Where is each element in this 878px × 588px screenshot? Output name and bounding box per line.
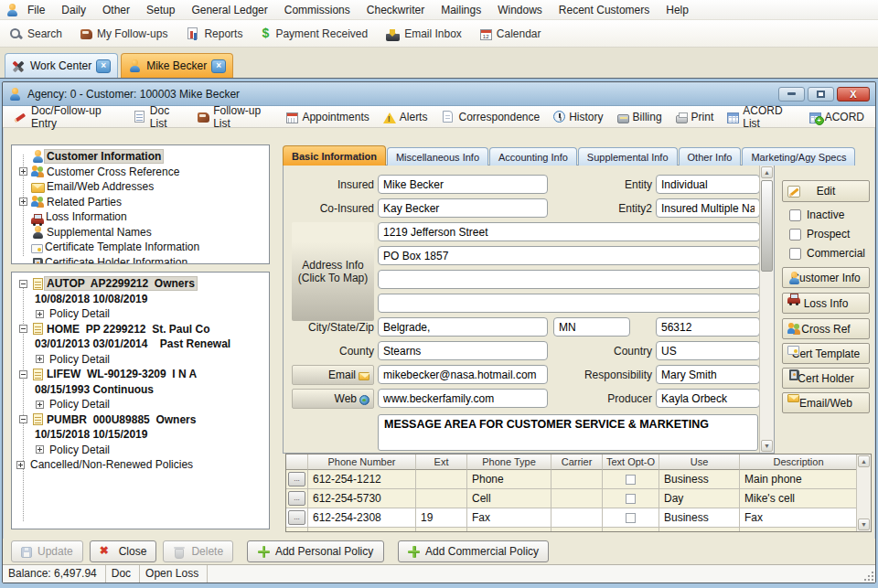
text-opt-checkbox[interactable] (626, 494, 636, 504)
email-field[interactable] (378, 365, 548, 384)
my-followups-button[interactable]: My Follow-ups (80, 27, 167, 40)
commercial-checkbox[interactable] (789, 248, 801, 260)
policy-lifew-dates[interactable]: 08/15/1993 Continuous (16, 382, 267, 398)
policy-item-lifew[interactable]: LIFEW WL-90129-3209 I N A (16, 367, 267, 382)
menu-recent-customers[interactable]: Recent Customers (551, 2, 658, 18)
tab-accounting-info[interactable]: Accounting Info (489, 147, 577, 166)
add-commercial-policy-button[interactable]: Add Commercial Policy (398, 540, 549, 562)
country-field[interactable] (656, 341, 760, 360)
tree-item-related-parties[interactable]: Related Parties (16, 195, 267, 210)
header-ext[interactable]: Ext (416, 454, 467, 470)
cell-carrier[interactable] (551, 489, 603, 508)
form-scrollbar[interactable]: ▲ ▼ (759, 166, 774, 453)
history-button[interactable]: History (553, 111, 603, 123)
scroll-thumb[interactable] (761, 180, 773, 272)
cell-use[interactable]: Business (659, 470, 740, 489)
doc-list-button[interactable]: Doc List (133, 104, 184, 130)
tree-item-customer-information[interactable]: Customer Information (16, 149, 267, 165)
cell-phone[interactable]: 612-254-5730 (308, 489, 416, 508)
scroll-down-icon[interactable]: ▼ (858, 519, 870, 530)
collapse-icon[interactable] (19, 325, 27, 333)
tab-mike-becker[interactable]: Mike Becker (121, 53, 233, 78)
zip-field[interactable] (656, 317, 760, 337)
collapse-icon[interactable] (19, 370, 27, 379)
cell-ext[interactable] (416, 489, 467, 508)
tab-basic-information[interactable]: Basic Information (283, 145, 386, 166)
tab-mike-becker-close-icon[interactable] (211, 59, 226, 73)
tab-other-info[interactable]: Other Info (679, 147, 742, 166)
followup-list-button[interactable]: Follow-up List (198, 104, 273, 130)
city-field[interactable] (378, 317, 548, 337)
menu-general-ledger[interactable]: General Ledger (183, 2, 275, 18)
alerts-button[interactable]: Alerts (383, 111, 428, 123)
row-edit-button[interactable]: ... (288, 491, 305, 506)
payment-received-button[interactable]: Payment Received (261, 27, 368, 40)
policy-item-home[interactable]: HOME PP 2299212 St. Paul Co (16, 322, 267, 337)
cell-phone[interactable]: 612-254-1212 (308, 470, 416, 489)
cell-ext[interactable]: 19 (416, 508, 467, 528)
customer-info-button[interactable]: Customer Info (782, 267, 870, 288)
close-window-button[interactable]: X (837, 87, 870, 102)
tab-miscellaneous-info[interactable]: Miscellaneous Info (387, 147, 488, 166)
menu-commissions[interactable]: Commissions (276, 2, 359, 18)
inactive-checkbox[interactable] (789, 209, 801, 221)
search-button[interactable]: Search (9, 27, 62, 40)
cert-template-button[interactable]: Cert Template (782, 343, 870, 364)
menu-daily[interactable]: Daily (53, 2, 94, 18)
expand-icon[interactable] (36, 310, 44, 318)
edit-button[interactable]: Edit (782, 180, 870, 202)
expand-icon[interactable] (19, 167, 27, 176)
acord-button[interactable]: ACORD (809, 111, 864, 123)
expand-icon[interactable] (36, 355, 44, 363)
close-button[interactable]: Close (90, 540, 157, 562)
menu-other[interactable]: Other (94, 2, 138, 18)
entity2-field[interactable] (656, 198, 760, 218)
cell-type[interactable]: Phone (467, 470, 551, 489)
cell-ext[interactable] (416, 470, 467, 489)
policy-pumbr-dates[interactable]: 10/15/2018 10/15/2019 (16, 427, 267, 443)
menu-setup[interactable]: Setup (138, 2, 183, 18)
policy-autop-detail[interactable]: Policy Detail (33, 306, 267, 322)
tree-item-certificate-holder-information[interactable]: Certificate Holder Information (16, 255, 267, 265)
resize-grip[interactable] (864, 572, 873, 581)
policy-pumbr-detail[interactable]: Policy Detail (33, 443, 267, 458)
header-text-opt[interactable]: Text Opt-O (603, 454, 659, 470)
county-field[interactable] (378, 341, 548, 360)
prospect-checkbox[interactable] (789, 229, 801, 241)
calendar-button[interactable]: Calendar (480, 27, 541, 40)
menu-windows[interactable]: Windows (489, 2, 551, 18)
menu-help[interactable]: Help (658, 2, 697, 18)
web-field[interactable] (378, 389, 548, 408)
policy-item-autop[interactable]: AUTOP AP2299212 Owners (16, 276, 267, 292)
cell-carrier[interactable] (551, 470, 603, 489)
policy-item-pumbr[interactable]: PUMBR 000U89885 Owners (16, 412, 267, 428)
message-area[interactable]: MESSAGE AREA FOR CUSTOMER SERVICE & MARK… (378, 414, 758, 451)
menu-checkwriter[interactable]: Checkwriter (359, 2, 433, 18)
appointments-button[interactable]: Appointments (286, 111, 369, 123)
producer-field[interactable] (656, 389, 760, 408)
collapse-icon[interactable] (19, 280, 27, 288)
row-edit-button[interactable]: ... (288, 510, 305, 525)
tab-work-center[interactable]: Work Center (5, 53, 118, 78)
header-phone-type[interactable]: Phone Type (467, 454, 551, 470)
billing-button[interactable]: Billing (617, 111, 662, 123)
address-map-button[interactable]: Address Info (Click To Map) (292, 222, 374, 321)
policy-lifew-detail[interactable]: Policy Detail (33, 397, 267, 412)
text-opt-checkbox[interactable] (626, 475, 636, 485)
header-carrier[interactable]: Carrier (551, 454, 603, 470)
menu-mailings[interactable]: Mailings (433, 2, 489, 18)
update-button[interactable]: Update (11, 540, 83, 562)
collapse-icon[interactable] (19, 415, 27, 423)
scroll-down-icon[interactable]: ▼ (761, 440, 773, 452)
header-phone-number[interactable]: Phone Number (308, 454, 416, 470)
web-button[interactable]: Web (292, 389, 374, 409)
add-personal-policy-button[interactable]: Add Personal Policy (247, 540, 384, 562)
scroll-up-icon[interactable]: ▲ (761, 166, 773, 178)
tree-item-loss-information[interactable]: Loss Information (16, 209, 267, 225)
header-description[interactable]: Description (740, 454, 858, 470)
policy-home-detail[interactable]: Policy Detail (33, 352, 267, 368)
delete-button[interactable]: Delete (163, 540, 233, 562)
co-insured-field[interactable] (378, 198, 548, 218)
entity-field[interactable] (656, 175, 760, 194)
loss-info-button[interactable]: Loss Info (782, 293, 870, 314)
